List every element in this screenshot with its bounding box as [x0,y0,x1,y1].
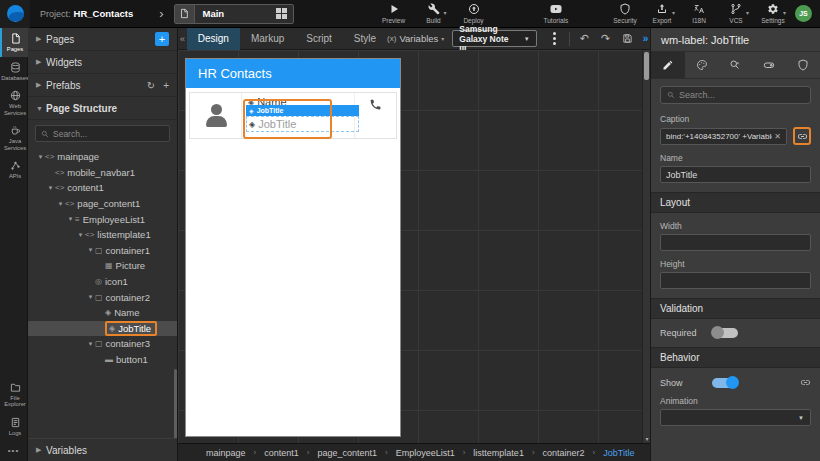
tree-node-JobTitle[interactable]: ◈JobTitle [28,321,177,337]
rail-item-apis[interactable]: APIs [0,155,28,184]
rail-item-pages[interactable]: Pages [0,28,28,57]
rail-item-java-services[interactable]: Java Services [0,120,28,155]
chevron-down-icon[interactable]: ▾ [66,215,75,223]
tree-node-container3[interactable]: ▾▢container3 [28,336,177,352]
property-search-input[interactable]: Search... [660,86,811,104]
inspector-tab-search-x[interactable] [719,52,753,78]
tab-markup[interactable]: Markup [240,28,295,50]
breadcrumb-page_content1[interactable]: page_content1 [317,448,377,458]
bind-property-button[interactable] [793,127,811,145]
rail-item-web-services[interactable]: Web Services [0,85,28,120]
user-avatar[interactable]: JS [795,5,812,22]
topbar-action-vcs[interactable]: ▾VCS [724,3,748,24]
tab-style[interactable]: Style [343,28,387,50]
redo-button[interactable]: ↷ [601,32,610,45]
chevron-down-icon[interactable]: ▾ [86,340,95,348]
page-tab-main[interactable]: Main [174,4,294,24]
add-prefab-icon[interactable]: + [163,80,169,91]
tab-design[interactable]: Design [187,28,240,50]
rail-item-logs[interactable]: Logs [0,412,28,441]
breadcrumb-mainpage[interactable]: mainpage [206,448,246,458]
breadcrumb-JobTitle[interactable]: JobTitle [603,448,634,458]
jobtitle-widget[interactable]: ◈ JobTitle [246,116,359,132]
topbar-action-preview[interactable]: Preview [382,3,406,24]
structure-search-input[interactable]: Search... [35,125,170,142]
caption-input[interactable]: bind:'+14084352700' +Variables.HrdbE ✕ [660,128,787,145]
tab-script[interactable]: Script [295,28,343,50]
rail-item-databases[interactable]: Databases [0,57,28,86]
picture-cell[interactable] [190,93,242,138]
refresh-icon[interactable]: ↻ [147,80,155,91]
canvas-grid-area[interactable]: HR Contacts ◈ Name ◈ JobTitle ◈ [178,50,650,443]
add-page-button[interactable]: + [155,32,169,46]
breadcrumb-content1[interactable]: content1 [264,448,299,458]
topbar-action-i18n[interactable]: I18N [687,3,711,24]
chevron-down-icon[interactable]: ▾ [86,246,95,254]
call-button-cell[interactable] [355,93,396,138]
app-logo[interactable] [0,0,30,28]
employee-list-item[interactable]: ◈ Name ◈ JobTitle ◈ JobTitle [189,92,397,139]
required-toggle[interactable] [712,328,738,338]
expand-right-icon[interactable]: » [641,33,650,44]
behavior-section-header[interactable]: Behavior [651,347,820,368]
tree-node-container2[interactable]: ▾▢container2 [28,289,177,305]
tree-node-icon1[interactable]: ◎icon1 [28,274,177,290]
chevron-down-icon[interactable]: ▾ [86,293,95,301]
section-widgets[interactable]: ▶ Widgets [28,51,177,74]
selection-label-bar[interactable]: ◈ JobTitle [246,105,359,116]
save-button[interactable] [622,33,633,44]
variables-menu[interactable]: (x) Variables ▾ [387,33,444,44]
grid-icon[interactable] [276,8,287,19]
tree-node-EmployeeList1[interactable]: ▾≡EmployeeList1 [28,211,177,227]
validation-section-header[interactable]: Validation [651,298,820,319]
tree-node-mobile_navbar1[interactable]: <>mobile_navbar1 [28,165,177,181]
animation-select[interactable]: ▼ [660,409,811,426]
section-page-structure[interactable]: ▼ Page Structure [28,97,177,120]
tree-node-page_content1[interactable]: ▾<>page_content1 [28,196,177,212]
section-prefabs[interactable]: ▶ Prefabs ↻+ [28,74,177,97]
scrollbar-thumb[interactable] [644,52,649,80]
breadcrumb-EmployeeList1[interactable]: EmployeeList1 [396,448,455,458]
tree-node-mainpage[interactable]: ▾<>mainpage [28,149,177,165]
topbar-action-tutorials[interactable]: Tutorials [544,3,569,24]
chevron-down-icon[interactable]: ▾ [76,231,85,239]
show-toggle[interactable] [712,378,738,388]
topbar-action-deploy[interactable]: Deploy [462,3,486,24]
undo-button[interactable]: ↶ [580,32,589,45]
tree-node-Name[interactable]: ◈Name [28,305,177,321]
chevron-down-icon[interactable]: ▾ [46,184,55,192]
kebab-menu-icon[interactable] [551,32,559,45]
more-options-icon[interactable]: ••• [0,440,27,461]
chevron-down-icon[interactable]: ▾ [36,153,45,161]
rail-item-file-explorer[interactable]: File Explorer [0,377,28,412]
topbar-action-build[interactable]: ▾Build [422,3,446,24]
inspector-tab-palette[interactable] [685,52,719,78]
height-input[interactable] [660,272,811,289]
phone-app-header[interactable]: HR Contacts [186,59,400,88]
inspector-tab-device-toggle[interactable] [752,52,786,78]
panel-scrollbar[interactable] [174,369,177,438]
tree-node-button1[interactable]: ▬button1 [28,352,177,368]
tree-node-listtemplate1[interactable]: ▾<>listtemplate1 [28,227,177,243]
text-cell[interactable]: ◈ Name ◈ JobTitle ◈ JobTitle [242,93,355,138]
inspector-tab-shield-outline[interactable] [786,52,820,78]
topbar-action-export[interactable]: ▾Export [650,3,674,24]
section-pages[interactable]: ▶ Pages + [28,28,177,51]
collapse-left-panel-icon[interactable]: « [178,34,187,44]
topbar-action-security[interactable]: Security [613,3,637,24]
tree-node-Picture[interactable]: ▦Picture [28,258,177,274]
breadcrumb-listtemplate1[interactable]: listtemplate1 [473,448,524,458]
layout-section-header[interactable]: Layout [651,192,820,213]
topbar-action-settings[interactable]: ▾Settings [761,3,785,24]
section-variables[interactable]: ▶ Variables [28,438,177,461]
name-input[interactable]: JobTitle [660,166,811,183]
device-selector[interactable]: Samsung Galaxy Note III ▼ [452,30,536,47]
width-input[interactable] [660,234,811,251]
tree-node-content1[interactable]: ▾<>content1 [28,180,177,196]
breadcrumb-container2[interactable]: container2 [543,448,585,458]
canvas-scrollbar[interactable]: ▾ [642,50,650,443]
clear-icon[interactable]: ✕ [774,132,781,141]
bind-show-icon[interactable] [800,377,811,388]
tree-node-container1[interactable]: ▾▢container1 [28,243,177,259]
chevron-down-icon[interactable]: ▾ [56,200,65,208]
